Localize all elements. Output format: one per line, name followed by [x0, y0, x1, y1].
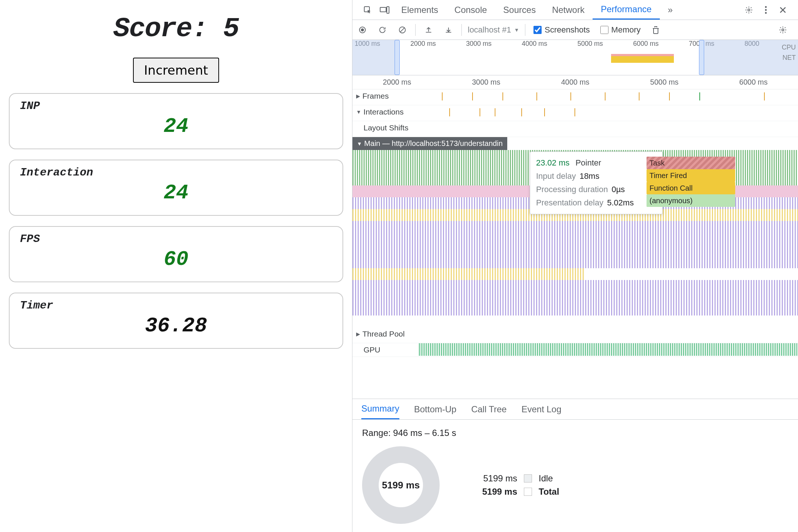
tab-performance[interactable]: Performance [593, 0, 659, 20]
interactions-body[interactable] [419, 105, 798, 121]
overview-tick: 6000 ms [631, 40, 687, 50]
stat-label: FPS [20, 233, 332, 245]
tab-call-tree[interactable]: Call Tree [471, 404, 507, 415]
stat-label: INP [20, 100, 332, 112]
track-label: Layout Shifts [364, 123, 408, 132]
tab-bottom-up[interactable]: Bottom-Up [414, 404, 457, 415]
chevron-right-icon[interactable]: ▶ [356, 331, 360, 337]
overview-tick: 5000 ms [575, 40, 631, 50]
track-layout-shifts[interactable]: Layout Shifts [352, 121, 798, 137]
ruler-tick: 2000 ms [352, 78, 441, 86]
svg-point-4 [765, 6, 767, 8]
summary-range: Range: 946 ms – 6.15 s [362, 428, 788, 438]
chevron-right-icon[interactable]: ▶ [356, 93, 360, 99]
legend-ms: 5199 ms [469, 487, 517, 497]
stat-value: 24 [20, 115, 332, 138]
track-label: Interactions [364, 108, 404, 116]
tracks-area[interactable]: ▶Frames ▼Interactions Layout Shifts ▼ Ma… [352, 89, 798, 399]
app-pane: Score: 5 Increment INP 24 Interaction 24… [0, 0, 352, 532]
gear-icon[interactable] [743, 4, 755, 16]
track-frames[interactable]: ▶Frames [352, 89, 798, 105]
stat-value: 36.28 [20, 314, 332, 338]
score-title: Score: 5 [9, 13, 343, 44]
flame-function-call[interactable]: Function Call [647, 182, 735, 194]
tooltip-key: Input delay [536, 171, 576, 181]
overview-cpu-label: CPU [782, 42, 796, 52]
flame-timer-fired[interactable]: Timer Fired [647, 169, 735, 182]
memory-checkbox-input[interactable] [600, 26, 608, 34]
svg-point-10 [782, 29, 784, 31]
overview-handle-right[interactable] [699, 40, 704, 75]
ruler-tick: 5000 ms [620, 78, 709, 86]
tab-elements[interactable]: Elements [393, 0, 446, 20]
legend-row-total: 5199 ms Total [469, 487, 559, 497]
close-icon[interactable] [777, 4, 789, 16]
donut-center: 5199 ms [382, 480, 420, 491]
kebab-icon[interactable] [760, 4, 772, 16]
stat-label: Interaction [20, 166, 332, 179]
recording-dropdown[interactable]: localhost #1 ▼ [468, 25, 519, 35]
flame-task[interactable]: Task [647, 157, 735, 169]
svg-point-8 [361, 28, 364, 31]
track-thread-pool[interactable]: ▶Thread Pool [352, 327, 798, 343]
overview-tick: 2000 ms [408, 40, 464, 50]
svg-point-3 [748, 9, 750, 11]
legend-label: Idle [539, 473, 553, 484]
upload-icon[interactable] [422, 23, 436, 37]
tab-console[interactable]: Console [446, 0, 495, 20]
frames-body[interactable] [419, 89, 798, 105]
summary-legend: 5199 ms Idle 5199 ms Total [469, 470, 559, 500]
stat-card-timer: Timer 36.28 [9, 293, 343, 349]
device-toggle-icon[interactable] [378, 4, 391, 16]
gpu-body[interactable] [419, 343, 798, 356]
download-icon[interactable] [441, 23, 456, 37]
flame-anonymous[interactable]: (anonymous) [647, 194, 735, 207]
track-main[interactable]: ▼ Main — http://localhost:5173/understan… [352, 137, 798, 150]
record-icon[interactable] [355, 23, 369, 37]
tab-network[interactable]: Network [544, 0, 593, 20]
tooltip-event-type: Pointer [576, 158, 601, 167]
track-interactions[interactable]: ▼Interactions [352, 105, 798, 121]
screenshots-checkbox-input[interactable] [533, 26, 542, 34]
tab-more[interactable]: » [660, 0, 681, 20]
clear-icon[interactable] [395, 23, 409, 37]
track-gpu[interactable]: GPU [352, 343, 798, 357]
performance-toolbar: localhost #1 ▼ Screenshots Memory [352, 20, 798, 40]
stat-value: 60 [20, 248, 332, 271]
stat-card-interaction: Interaction 24 [9, 160, 343, 216]
memory-label: Memory [611, 25, 641, 35]
svg-point-6 [765, 12, 767, 14]
thread-pool-body[interactable] [419, 327, 798, 343]
tooltip-val: 18ms [580, 171, 600, 181]
track-label: Thread Pool [362, 330, 405, 338]
flame-chart[interactable]: 23.02 ms Pointer Input delay18ms Process… [352, 150, 798, 327]
stat-card-inp: INP 24 [9, 93, 343, 149]
overview-tick: 4000 ms [519, 40, 575, 50]
tooltip-val: 0µs [611, 185, 625, 194]
gc-icon[interactable] [649, 23, 663, 37]
score-label: Score: [113, 13, 207, 44]
flame-stack-labels: Task Timer Fired Function Call (anonymou… [647, 157, 735, 207]
layout-shifts-body[interactable] [419, 121, 798, 137]
track-label: Frames [362, 92, 389, 100]
tooltip-key: Processing duration [536, 185, 608, 194]
svg-rect-1 [380, 7, 386, 12]
inspect-icon[interactable] [361, 4, 374, 16]
tab-summary[interactable]: Summary [361, 399, 399, 419]
tooltip-val: 5.02ms [607, 198, 634, 207]
chevron-down-icon[interactable]: ▼ [357, 141, 362, 147]
increment-button[interactable]: Increment [133, 58, 219, 83]
chevron-down-icon[interactable]: ▼ [356, 109, 361, 115]
overview-handle-left[interactable] [395, 40, 400, 75]
overview-timeline[interactable]: 1000 ms 2000 ms 3000 ms 4000 ms 5000 ms … [352, 40, 798, 75]
overview-net-label: NET [782, 52, 796, 63]
interaction-tooltip: 23.02 ms Pointer Input delay18ms Process… [530, 151, 663, 214]
gear-icon[interactable] [776, 23, 790, 37]
tab-sources[interactable]: Sources [495, 0, 544, 20]
reload-record-icon[interactable] [375, 23, 389, 37]
tab-event-log[interactable]: Event Log [521, 404, 561, 415]
summary-body: Range: 946 ms – 6.15 s 5199 ms 5199 ms I… [352, 420, 798, 532]
legend-swatch-idle [524, 474, 532, 482]
memory-checkbox[interactable]: Memory [600, 25, 641, 35]
screenshots-checkbox[interactable]: Screenshots [533, 25, 590, 35]
